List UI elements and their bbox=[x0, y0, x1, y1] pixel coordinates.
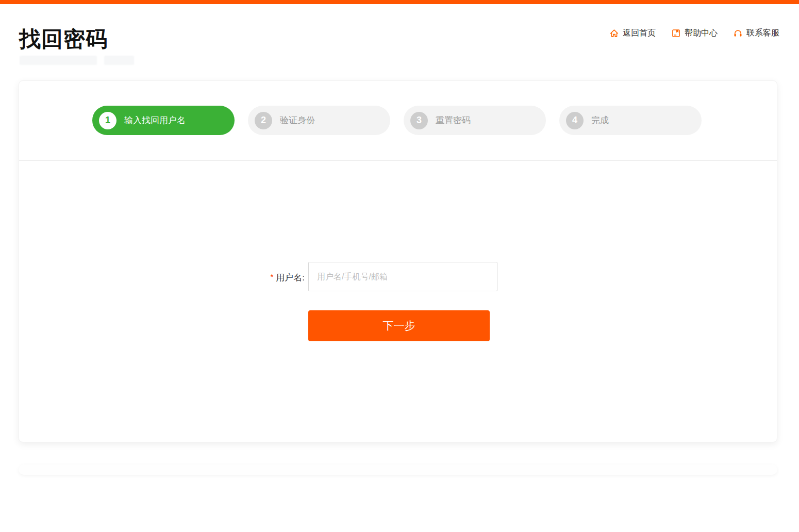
footer-divider-band bbox=[19, 464, 777, 475]
link-return-home[interactable]: 返回首页 bbox=[609, 28, 656, 39]
step-3-label: 重置密码 bbox=[436, 114, 471, 126]
step-4-number-badge: 4 bbox=[566, 112, 584, 129]
step-1-label: 输入找回用户名 bbox=[124, 114, 186, 126]
step-3-number-badge: 3 bbox=[410, 112, 428, 129]
username-field-label: *用户名: bbox=[232, 271, 305, 284]
home-icon bbox=[609, 28, 619, 38]
header-link-label: 帮助中心 bbox=[685, 28, 718, 39]
faint-watermark-text bbox=[20, 56, 134, 65]
top-accent-bar bbox=[0, 0, 799, 4]
header-quick-links: 返回首页 帮助中心 联系客服 bbox=[609, 28, 779, 39]
recovery-card: 1 输入找回用户名 2 验证身份 3 重置密码 4 完成 *用户名: 下一步 bbox=[19, 80, 777, 442]
next-step-button[interactable]: 下一步 bbox=[308, 310, 490, 341]
header-link-label: 联系客服 bbox=[746, 28, 779, 39]
step-2-number-badge: 2 bbox=[255, 112, 272, 129]
headset-icon bbox=[733, 28, 743, 38]
required-asterisk: * bbox=[270, 272, 273, 281]
username-label-text: 用户名: bbox=[276, 273, 305, 282]
step-4-label: 完成 bbox=[591, 114, 609, 126]
faint-watermark-segment bbox=[104, 56, 134, 65]
faint-watermark-segment bbox=[20, 56, 97, 65]
step-2-verify-identity: 2 验证身份 bbox=[248, 106, 390, 135]
username-input[interactable] bbox=[308, 262, 497, 291]
link-help-center[interactable]: 帮助中心 bbox=[671, 28, 718, 39]
step-1-enter-username: 1 输入找回用户名 bbox=[92, 106, 235, 135]
step-2-label: 验证身份 bbox=[280, 114, 315, 126]
step-1-number-badge: 1 bbox=[99, 112, 116, 129]
header-link-label: 返回首页 bbox=[623, 28, 656, 39]
step-3-reset-password: 3 重置密码 bbox=[404, 106, 546, 135]
stepper-divider bbox=[19, 160, 777, 161]
link-contact-support[interactable]: 联系客服 bbox=[733, 28, 779, 39]
step-progress-bar: 1 输入找回用户名 2 验证身份 3 重置密码 4 完成 bbox=[92, 106, 702, 135]
help-center-icon bbox=[671, 28, 681, 38]
page-title: 找回密码 bbox=[19, 25, 108, 54]
step-4-complete: 4 完成 bbox=[559, 106, 702, 135]
